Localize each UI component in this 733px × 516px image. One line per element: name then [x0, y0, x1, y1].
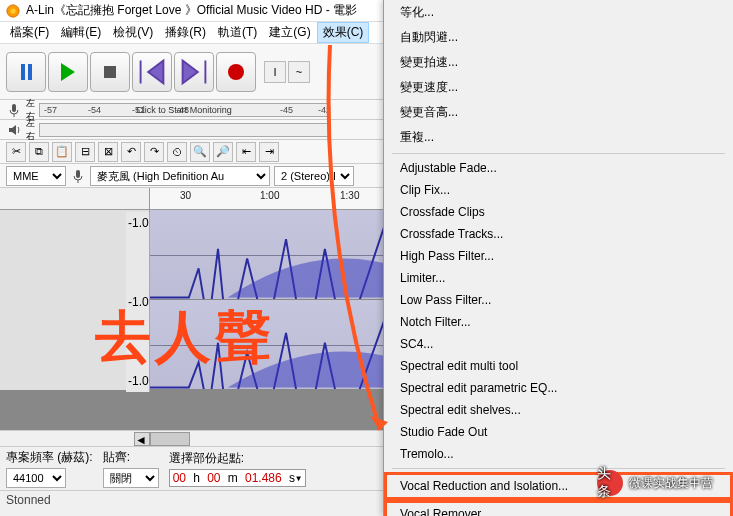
watermark-text: 微课实战集中营: [629, 475, 713, 492]
effect-clip-fix[interactable]: Clip Fix...: [384, 179, 733, 201]
menu-separator-2: [392, 468, 725, 469]
selection-tool-icon[interactable]: I: [264, 61, 286, 83]
meter-click-text[interactable]: Click to Start Monitoring: [136, 105, 232, 115]
trim-icon[interactable]: ⊟: [75, 142, 95, 162]
svg-rect-3: [76, 170, 80, 178]
snap-to-select[interactable]: 關閉: [103, 468, 159, 488]
recording-device-select[interactable]: 麥克風 (High Definition Au: [90, 166, 270, 186]
menu-edit[interactable]: 編輯(E): [55, 22, 107, 43]
zoom-in-icon[interactable]: 🔍: [190, 142, 210, 162]
svg-rect-2: [12, 104, 16, 112]
paste-icon[interactable]: 📋: [52, 142, 72, 162]
menu-file[interactable]: 檔案(F): [4, 22, 55, 43]
redo-icon[interactable]: ↷: [144, 142, 164, 162]
effects-dropdown-menu: 等化... 自動閃避... 變更拍速... 變更速度... 變更音高... 重複…: [383, 0, 733, 516]
meter-channel-label-2: 左右: [26, 117, 35, 143]
fit-project-icon[interactable]: ⇥: [259, 142, 279, 162]
effect-spectral-multi[interactable]: Spectral edit multi tool: [384, 355, 733, 377]
effect-sc4[interactable]: SC4...: [384, 333, 733, 355]
annotation-text: 去人聲: [95, 300, 275, 376]
effect-equalization[interactable]: 等化...: [384, 0, 733, 25]
effect-studio-fade[interactable]: Studio Fade Out: [384, 421, 733, 443]
selection-start-time[interactable]: 00 h 00 m 01.486 s▾: [169, 469, 307, 487]
scroll-thumb[interactable]: [150, 432, 190, 446]
recording-channels-select[interactable]: 2 (Stereo) R: [274, 166, 354, 186]
effect-spectral-eq[interactable]: Spectral edit parametric EQ...: [384, 377, 733, 399]
effect-limiter[interactable]: Limiter...: [384, 267, 733, 289]
record-button[interactable]: [216, 52, 256, 92]
cut-icon[interactable]: ✂: [6, 142, 26, 162]
svg-point-1: [10, 8, 15, 13]
skip-end-button[interactable]: [174, 52, 214, 92]
app-icon: [6, 4, 20, 18]
scroll-left-arrow[interactable]: ◄: [134, 432, 150, 446]
fit-selection-icon[interactable]: ⇤: [236, 142, 256, 162]
menu-view[interactable]: 檢視(V): [107, 22, 159, 43]
speaker-icon: [6, 122, 22, 138]
effect-notch-filter[interactable]: Notch Filter...: [384, 311, 733, 333]
effect-vocal-remover-highlighted[interactable]: Vocal Remover...: [384, 500, 733, 516]
recording-meter-track[interactable]: -57 -54 -51 -48 -45 -42 Click to Start M…: [39, 103, 329, 117]
menu-separator: [392, 153, 725, 154]
effect-tremolo[interactable]: Tremolo...: [384, 443, 733, 465]
sync-lock-icon[interactable]: ⏲: [167, 142, 187, 162]
snap-to-label: 貼齊:: [103, 449, 159, 466]
effect-repeat[interactable]: 重複...: [384, 125, 733, 150]
microphone-icon: [6, 102, 22, 118]
menu-generate[interactable]: 建立(G): [263, 22, 316, 43]
effect-adjustable-fade[interactable]: Adjustable Fade...: [384, 157, 733, 179]
pause-button[interactable]: [6, 52, 46, 92]
project-rate-select[interactable]: 44100: [6, 468, 66, 488]
effect-crossfade-tracks[interactable]: Crossfade Tracks...: [384, 223, 733, 245]
silence-icon[interactable]: ⊠: [98, 142, 118, 162]
effect-spectral-shelves[interactable]: Spectral edit shelves...: [384, 399, 733, 421]
undo-icon[interactable]: ↶: [121, 142, 141, 162]
window-title: A-Lin《忘記擁抱 Forget Love 》Official Music V…: [26, 2, 357, 19]
watermark: 头条 微课实战集中营: [597, 470, 713, 496]
effect-change-tempo[interactable]: 變更拍速...: [384, 50, 733, 75]
microphone-icon-2: [70, 168, 86, 184]
effect-change-speed[interactable]: 變更速度...: [384, 75, 733, 100]
effect-change-pitch[interactable]: 變更音高...: [384, 100, 733, 125]
effect-low-pass[interactable]: Low Pass Filter...: [384, 289, 733, 311]
status-text: Stonned: [6, 493, 51, 507]
stop-button[interactable]: [90, 52, 130, 92]
selection-tools: I ~: [264, 61, 310, 83]
selection-start-label: 選擇部份起點:: [169, 450, 307, 467]
copy-icon[interactable]: ⧉: [29, 142, 49, 162]
effect-high-pass[interactable]: High Pass Filter...: [384, 245, 733, 267]
envelope-tool-icon[interactable]: ~: [288, 61, 310, 83]
audio-host-select[interactable]: MME: [6, 166, 66, 186]
skip-start-button[interactable]: [132, 52, 172, 92]
menu-effect[interactable]: 效果(C): [317, 22, 370, 43]
effect-auto-duck[interactable]: 自動閃避...: [384, 25, 733, 50]
project-rate-label: 專案頻率 (赫茲):: [6, 449, 93, 466]
playback-meter-track[interactable]: [39, 123, 329, 137]
effect-crossfade-clips[interactable]: Crossfade Clips: [384, 201, 733, 223]
zoom-out-icon[interactable]: 🔎: [213, 142, 233, 162]
menu-tracks[interactable]: 軌道(T): [212, 22, 263, 43]
menu-transport[interactable]: 播錄(R): [159, 22, 212, 43]
play-button[interactable]: [48, 52, 88, 92]
watermark-icon: 头条: [597, 470, 623, 496]
